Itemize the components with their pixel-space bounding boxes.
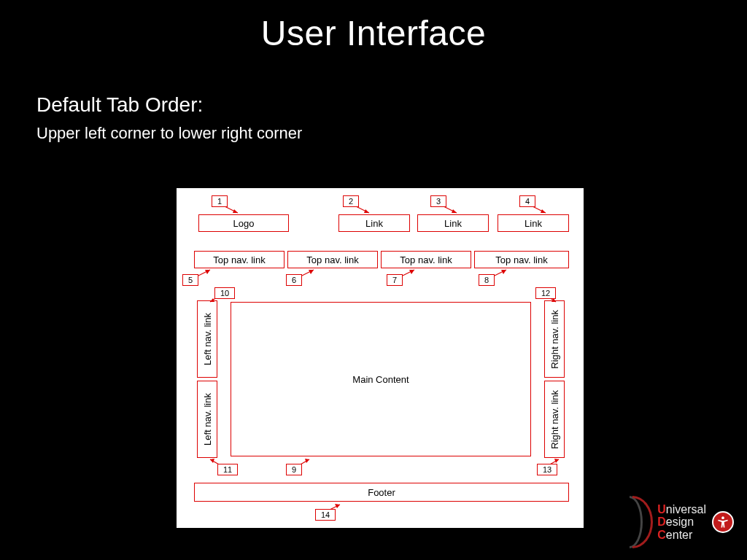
svg-marker-1 bbox=[233, 209, 238, 213]
brand-arcs-icon bbox=[630, 496, 654, 548]
svg-marker-23 bbox=[305, 459, 309, 463]
svg-marker-11 bbox=[309, 270, 314, 274]
svg-marker-15 bbox=[501, 270, 506, 274]
tab-number-6: 6 bbox=[286, 274, 302, 286]
rightnav-link-2: Right nav. link bbox=[544, 381, 565, 458]
tab-number-9: 9 bbox=[286, 464, 302, 475]
topnav-link-1: Top nav. link bbox=[194, 251, 285, 268]
tab-number-13: 13 bbox=[537, 464, 557, 475]
tab-number-12: 12 bbox=[535, 287, 556, 299]
svg-marker-3 bbox=[364, 209, 369, 213]
tab-number-5: 5 bbox=[182, 274, 198, 286]
svg-marker-9 bbox=[205, 270, 210, 274]
tab-number-1: 1 bbox=[212, 195, 228, 207]
topnav-link-3: Top nav. link bbox=[381, 251, 471, 268]
footer-box: Footer bbox=[194, 483, 569, 502]
svg-marker-13 bbox=[409, 270, 414, 274]
svg-marker-27 bbox=[335, 504, 340, 508]
svg-marker-21 bbox=[210, 459, 214, 463]
page-title: User Interface bbox=[0, 0, 747, 53]
tab-number-3: 3 bbox=[430, 195, 446, 207]
tab-number-2: 2 bbox=[343, 195, 359, 207]
header-link-2: Link bbox=[417, 214, 489, 232]
section-subtitle: Default Tab Order: bbox=[36, 93, 203, 117]
accessibility-icon bbox=[712, 511, 734, 533]
brand-text: Universal Design Center bbox=[657, 503, 706, 542]
tab-number-7: 7 bbox=[387, 274, 403, 286]
topnav-link-2: Top nav. link bbox=[287, 251, 378, 268]
svg-marker-7 bbox=[541, 209, 546, 213]
header-link-3: Link bbox=[498, 214, 569, 232]
leftnav-link-1: Left nav. link bbox=[197, 300, 217, 378]
svg-marker-25 bbox=[554, 459, 559, 463]
leftnav-link-2: Left nav. link bbox=[197, 381, 217, 458]
tab-number-11: 11 bbox=[217, 464, 238, 475]
tab-number-4: 4 bbox=[519, 195, 535, 207]
tab-number-8: 8 bbox=[479, 274, 495, 286]
rightnav-link-1: Right nav. link bbox=[544, 300, 565, 378]
topnav-link-4: Top nav. link bbox=[474, 251, 569, 268]
svg-marker-5 bbox=[452, 209, 457, 213]
tab-number-10: 10 bbox=[214, 287, 235, 299]
main-content-box: Main Content bbox=[231, 302, 531, 456]
svg-point-28 bbox=[721, 516, 724, 519]
logo-box: Logo bbox=[198, 214, 289, 232]
section-body: Upper left corner to lower right corner bbox=[36, 124, 302, 143]
header-link-1: Link bbox=[338, 214, 410, 232]
tab-order-diagram: Logo Link Link Link 1 2 3 4 Top nav. lin… bbox=[177, 188, 584, 528]
tab-number-14: 14 bbox=[315, 509, 336, 521]
brand-logo: Universal Design Center bbox=[630, 496, 734, 548]
